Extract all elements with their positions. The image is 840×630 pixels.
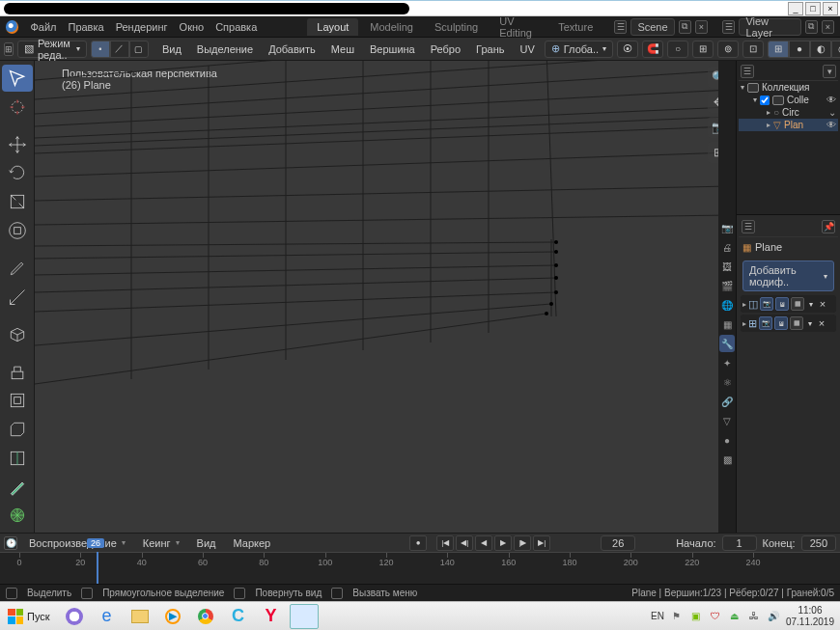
tool-inset[interactable] bbox=[2, 388, 33, 415]
menu-help[interactable]: Справка bbox=[215, 21, 257, 33]
layer-browse-icon[interactable]: ☰ bbox=[722, 20, 735, 34]
taskbar-opera-icon[interactable] bbox=[60, 604, 89, 629]
shading-wireframe-button[interactable]: ⊞ bbox=[768, 41, 789, 58]
mod-delete-button[interactable]: × bbox=[816, 317, 827, 329]
taskbar-cent-icon[interactable]: C bbox=[224, 604, 253, 629]
shading-solid-button[interactable]: ● bbox=[789, 41, 810, 58]
timeline-keying-menu[interactable]: Кеинг bbox=[137, 535, 185, 551]
taskbar-yandex-icon[interactable]: Y bbox=[257, 604, 286, 629]
outliner-plane-row[interactable]: ▸ ▽ Plan 👁 bbox=[739, 119, 838, 131]
menu-edit[interactable]: Правка bbox=[68, 21, 103, 33]
tray-network-icon[interactable]: 🖧 bbox=[747, 610, 761, 623]
timeline[interactable]: 020406080100120140160180200220240 26 bbox=[0, 552, 840, 584]
prop-tab-modifier[interactable]: 🔧 bbox=[719, 335, 735, 352]
hdr-add[interactable]: Добавить bbox=[263, 41, 322, 57]
keyframe-prev-button[interactable]: ◀| bbox=[456, 535, 473, 551]
taskbar-ie-icon[interactable]: e bbox=[93, 604, 122, 629]
mode-dropdown[interactable]: ▧ Режим реда..▾ bbox=[17, 41, 87, 58]
snap-toggle[interactable]: 🧲 bbox=[642, 41, 663, 58]
outliner-scene-collection[interactable]: ▾ Коллекция bbox=[739, 81, 838, 94]
tray-shield-icon[interactable]: 🛡 bbox=[709, 610, 722, 623]
eye-icon[interactable]: 👁 bbox=[826, 120, 836, 130]
props-pin-icon[interactable]: 📌 bbox=[822, 220, 835, 233]
window-maximize-button[interactable]: □ bbox=[805, 2, 821, 15]
modifier-row-2[interactable]: ▸ ⊞ 📷 🖥 ▦ ▾ × bbox=[741, 315, 836, 332]
prop-tab-scene[interactable]: 🎬 bbox=[719, 277, 735, 294]
mod-render-toggle[interactable]: 📷 bbox=[760, 297, 773, 311]
collection-visible-checkbox[interactable] bbox=[760, 96, 770, 105]
vertex-select-button[interactable]: • bbox=[91, 41, 110, 58]
prop-tab-material[interactable]: ● bbox=[719, 431, 735, 449]
prop-tab-meshdata[interactable]: ▽ bbox=[719, 412, 735, 429]
mod-realtime-toggle[interactable]: 🖥 bbox=[774, 316, 788, 330]
window-minimize-button[interactable]: _ bbox=[788, 2, 803, 15]
jump-end-button[interactable]: ▶| bbox=[533, 535, 550, 551]
timeline-ruler[interactable]: 020406080100120140160180200220240 bbox=[0, 552, 840, 569]
blender-logo-icon[interactable] bbox=[6, 20, 18, 34]
tool-polybuild[interactable] bbox=[2, 502, 33, 529]
eye-icon[interactable]: ⌄ bbox=[828, 107, 836, 118]
disclosure-triangle-icon[interactable]: ▾ bbox=[753, 96, 757, 104]
tab-texture[interactable]: Texture bbox=[548, 18, 602, 36]
timeline-type-icon[interactable]: 🕑 bbox=[4, 536, 17, 550]
tool-extrude[interactable] bbox=[2, 359, 33, 386]
tool-cursor[interactable] bbox=[2, 94, 33, 121]
tab-sculpting[interactable]: Sculpting bbox=[425, 18, 488, 36]
eye-icon[interactable]: 👁 bbox=[826, 95, 836, 105]
prop-tab-viewlayer[interactable]: 🖼 bbox=[719, 258, 735, 275]
timeline-view-menu[interactable]: Вид bbox=[191, 535, 222, 551]
timeline-marker-menu[interactable]: Маркер bbox=[227, 535, 276, 551]
layer-copy-icon[interactable]: ⧉ bbox=[805, 20, 818, 34]
layer-delete-icon[interactable]: × bbox=[822, 20, 834, 34]
xray-toggle[interactable]: ⊡ bbox=[742, 41, 764, 58]
play-reverse-button[interactable]: ◀ bbox=[475, 535, 492, 551]
tray-volume-icon[interactable]: 🔊 bbox=[767, 610, 780, 623]
autokey-button[interactable]: ● bbox=[409, 535, 427, 551]
prop-tab-texture[interactable]: ▩ bbox=[719, 451, 735, 468]
prop-tab-render[interactable]: 📷 bbox=[719, 219, 735, 236]
tray-lang[interactable]: EN bbox=[651, 611, 664, 621]
start-button[interactable]: Пуск bbox=[2, 607, 56, 626]
add-modifier-dropdown[interactable]: Добавить модиф..▾ bbox=[742, 260, 834, 291]
modifier-row-1[interactable]: ▸ ◫ 📷 🖥 ▦ ▾ × bbox=[741, 295, 836, 313]
overlays-toggle[interactable]: ⊚ bbox=[717, 41, 739, 58]
tool-annotate[interactable] bbox=[2, 255, 33, 282]
tool-select-box[interactable] bbox=[2, 65, 33, 92]
jump-start-button[interactable]: |◀ bbox=[436, 535, 454, 551]
hdr-view[interactable]: Вид bbox=[156, 41, 187, 57]
edge-select-button[interactable]: ／ bbox=[110, 41, 129, 58]
tab-layout[interactable]: Layout bbox=[307, 18, 358, 36]
window-close-button[interactable]: × bbox=[823, 2, 838, 15]
taskbar-explorer-icon[interactable] bbox=[126, 604, 154, 629]
hdr-mesh[interactable]: Меш bbox=[325, 41, 360, 57]
tool-loopcut[interactable] bbox=[2, 445, 33, 472]
viewport-3d[interactable]: Пользовательская перспектива (26) Plane bbox=[35, 61, 736, 533]
hdr-edge[interactable]: Ребро bbox=[425, 41, 466, 57]
disclosure-triangle-icon[interactable]: ▾ bbox=[741, 83, 744, 92]
tray-usb-icon[interactable]: ⏏ bbox=[728, 610, 742, 623]
tab-modeling[interactable]: Modeling bbox=[360, 18, 423, 36]
end-frame-field[interactable]: 250 bbox=[801, 535, 836, 551]
play-button[interactable]: ▶ bbox=[494, 535, 512, 551]
hdr-vertex[interactable]: Вершина bbox=[364, 41, 421, 57]
keyframe-next-button[interactable]: |▶ bbox=[514, 535, 531, 551]
outliner[interactable]: ☰ ▾ ▾ Коллекция ▾ Colle 👁 ▸ ○ C bbox=[737, 61, 840, 215]
tool-add-cube[interactable] bbox=[2, 321, 33, 348]
hdr-select[interactable]: Выделение bbox=[191, 41, 259, 57]
current-frame-field[interactable]: 26 bbox=[601, 535, 635, 551]
timeline-playback-menu[interactable]: Воспроизведение bbox=[23, 535, 131, 551]
disclosure-triangle-icon[interactable]: ▸ bbox=[767, 121, 770, 129]
start-frame-field[interactable]: 1 bbox=[722, 535, 757, 551]
menu-window[interactable]: Окно bbox=[180, 21, 205, 33]
tool-move[interactable] bbox=[2, 131, 33, 158]
outliner-collection-row[interactable]: ▾ Colle 👁 bbox=[739, 94, 838, 106]
mod-edit-toggle[interactable]: ▦ bbox=[791, 297, 804, 311]
gizmo-toggle[interactable]: ⊞ bbox=[692, 41, 714, 58]
mod-render-toggle[interactable]: 📷 bbox=[759, 316, 772, 330]
prop-tab-particles[interactable]: ✦ bbox=[719, 354, 735, 371]
disclosure-triangle-icon[interactable]: ▸ bbox=[767, 108, 770, 117]
outliner-filter-icon[interactable]: ▾ bbox=[823, 65, 836, 78]
mod-delete-button[interactable]: × bbox=[817, 298, 828, 310]
tool-transform[interactable] bbox=[2, 217, 33, 244]
outliner-camera-row[interactable]: ▸ ○ Circ ⌄ bbox=[739, 106, 838, 119]
